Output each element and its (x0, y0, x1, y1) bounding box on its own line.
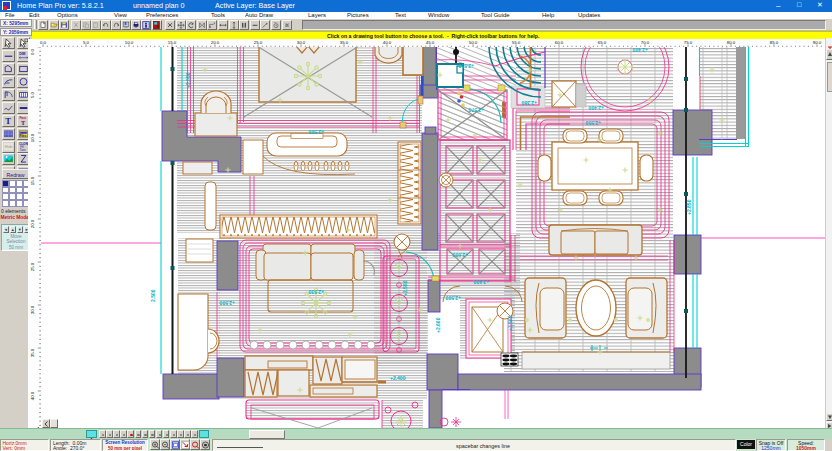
svg-text:25.0: 25.0 (254, 40, 263, 45)
svg-text:30.0: 30.0 (297, 40, 306, 45)
svg-text:2.500: 2.500 (150, 289, 156, 302)
svg-text:+2.530: +2.530 (308, 289, 324, 295)
svg-text:85.0: 85.0 (770, 40, 779, 45)
svg-text:60.0: 60.0 (555, 40, 564, 45)
svg-text:Hide: Hide (4, 145, 12, 149)
svg-text:20.0: 20.0 (30, 219, 35, 228)
svg-text:Tags: Tags (19, 148, 26, 151)
svg-text:80.0: 80.0 (727, 40, 736, 45)
svg-text:+2.500: +2.500 (445, 295, 461, 301)
svg-text:50.0: 50.0 (469, 40, 478, 45)
svg-text:25.0: 25.0 (30, 262, 35, 271)
svg-text:+2.400: +2.400 (632, 47, 648, 53)
svg-text:+2.850: +2.850 (686, 199, 692, 215)
svg-text:20.0: 20.0 (211, 40, 220, 45)
svg-text:+2.500: +2.500 (219, 300, 235, 306)
svg-text:B: B (125, 22, 127, 26)
svg-text:10.0: 10.0 (30, 133, 35, 142)
svg-text:+2.550: +2.550 (585, 120, 601, 126)
svg-text:90.0: 90.0 (813, 40, 822, 45)
svg-text:0.0: 0.0 (40, 40, 47, 45)
svg-text:+2.500: +2.500 (507, 315, 513, 331)
svg-text:40.0: 40.0 (383, 40, 392, 45)
svg-text:35.0: 35.0 (30, 348, 35, 357)
svg-text:5.0: 5.0 (83, 40, 90, 45)
svg-text:15.0: 15.0 (168, 40, 177, 45)
svg-text:35.0: 35.0 (340, 40, 349, 45)
svg-text:70.0: 70.0 (641, 40, 650, 45)
svg-text:DIM: DIM (19, 52, 25, 56)
svg-text:+2.600: +2.600 (452, 252, 468, 258)
svg-text:T: T (5, 116, 11, 125)
svg-text:+3.600: +3.600 (473, 279, 489, 285)
svg-text:+2.570: +2.570 (468, 107, 484, 113)
svg-text:T: T (21, 120, 26, 126)
svg-text:+2.550: +2.550 (458, 63, 474, 69)
svg-text:+2.550: +2.550 (185, 72, 191, 88)
svg-text:+2.550: +2.550 (402, 280, 408, 296)
svg-text:30.0: 30.0 (30, 305, 35, 314)
svg-text:40.0: 40.0 (30, 391, 35, 400)
svg-text:+2.400: +2.400 (588, 105, 604, 111)
svg-text:+2.380: +2.380 (521, 100, 537, 106)
svg-text:abc: abc (5, 81, 10, 85)
svg-text:+2.500: +2.500 (308, 129, 324, 135)
svg-text:0.0: 0.0 (30, 48, 35, 55)
svg-text:Files: Files (19, 133, 26, 137)
svg-text:+2.600: +2.600 (435, 317, 441, 333)
svg-text:75.0: 75.0 (684, 40, 693, 45)
svg-text:10.0: 10.0 (125, 40, 134, 45)
svg-text:+2.400: +2.400 (390, 375, 406, 381)
svg-text:15.0: 15.0 (30, 176, 35, 185)
svg-text:45.0: 45.0 (426, 40, 435, 45)
svg-text:5.0: 5.0 (30, 91, 35, 98)
svg-text:65.0: 65.0 (598, 40, 607, 45)
svg-text:55.0: 55.0 (512, 40, 521, 45)
